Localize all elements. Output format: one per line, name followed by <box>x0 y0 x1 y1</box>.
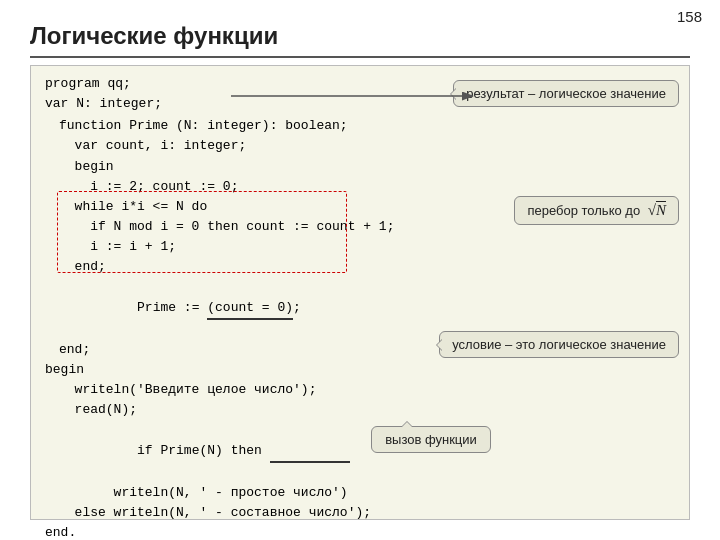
code-main-line4: writeln(N, ' - простое число') <box>59 483 675 503</box>
call-underline <box>270 441 350 463</box>
code-main-line3: if Prime(N) then <box>59 420 675 482</box>
tooltip-result: результат – логическое значение <box>453 80 679 107</box>
tooltip-loop: перебор только до √N <box>514 196 679 225</box>
code-area: program qq; var N: integer; function Pri… <box>31 66 689 519</box>
tooltip-call: вызов функции <box>371 426 491 453</box>
code-main-line2: read(N); <box>59 400 675 420</box>
page-number: 158 <box>677 8 702 25</box>
code-main-line1: writeln('Введите целое число'); <box>59 380 675 400</box>
code-main-begin: begin <box>45 360 675 380</box>
tooltip-condition: условие – это логическое значение <box>439 331 679 358</box>
code-func-line2: var count, i: integer; <box>59 136 675 156</box>
title-underline <box>30 56 690 58</box>
code-func-line1: function Prime (N: integer): boolean; <box>59 116 675 136</box>
code-main-line5: else writeln(N, ' - составное число'); <box>59 503 675 523</box>
loop-dashed-box <box>57 191 347 273</box>
code-func-line3: begin <box>59 157 675 177</box>
condition-underline: (count = 0) <box>207 298 293 320</box>
main-code-box: program qq; var N: integer; function Pri… <box>30 65 690 520</box>
page-title: Логические функции <box>30 22 278 50</box>
code-main-end: end. <box>45 523 675 540</box>
